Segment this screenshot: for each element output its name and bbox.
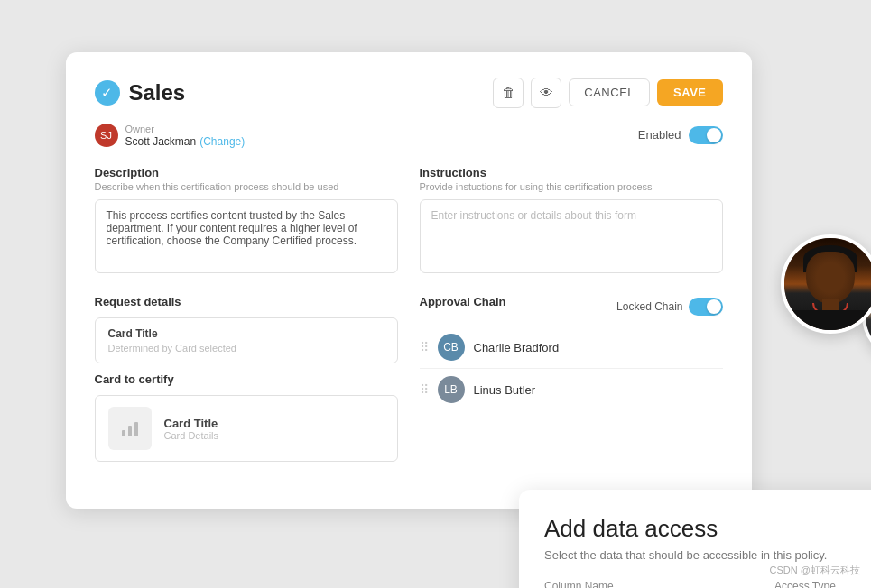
drag-handle-2[interactable]: ⠿ (420, 382, 429, 397)
instructions-section: Instructions Provide instuctions for usi… (420, 166, 723, 277)
change-link[interactable]: (Change) (199, 135, 245, 148)
owner-info: Owner Scott Jackman (Change) (125, 123, 246, 148)
access-type-group: Access Type Simple filter ▾ (774, 580, 871, 588)
description-textarea[interactable]: This process certifies content trusted b… (95, 199, 398, 273)
approval-chain-label: Approval Chain (420, 295, 506, 308)
charlie-name: Charlie Bradford (474, 341, 560, 354)
instructions-label: Instructions (420, 166, 723, 179)
main-card: ✓ Sales 🗑 👁 CANCEL SAVE SJ Owner Scott J… (66, 52, 752, 509)
enabled-row: Enabled (638, 126, 723, 144)
approval-header: Approval Chain Locked Chain (420, 295, 723, 317)
description-section: Description Describe when this certifica… (95, 166, 398, 277)
card-header: ✓ Sales 🗑 👁 CANCEL SAVE (95, 78, 723, 108)
owner-row: SJ Owner Scott Jackman (Change) Enabled (95, 123, 723, 148)
card-title-row: ✓ Sales (95, 80, 186, 106)
approval-people-list: ⠿ CB Charlie Bradford ⠿ LB Linus Butler (420, 326, 723, 410)
woman-body (784, 238, 871, 330)
approval-person-2: ⠿ LB Linus Butler (420, 369, 723, 410)
watermark: CSDN @虹科云科技 (770, 564, 860, 577)
owner-avatar: SJ (95, 124, 118, 147)
card-chart-icon (108, 407, 152, 450)
column-name-group: Column Name 🔍 ▾ (544, 580, 764, 588)
charlie-avatar: CB (438, 334, 465, 361)
card-certify-title: Card Title (164, 417, 219, 430)
floating-avatar-woman (781, 234, 871, 334)
description-label: Description (95, 166, 398, 179)
card-certify-sub: Card Details (164, 430, 219, 441)
request-approval-row: Request details Card Title Determined by… (95, 295, 723, 462)
check-icon: ✓ (95, 80, 120, 106)
enabled-toggle[interactable] (689, 126, 723, 144)
instructions-textarea[interactable] (420, 199, 723, 273)
linus-avatar: LB (438, 376, 465, 403)
description-sublabel: Describe when this certification process… (95, 181, 398, 192)
instructions-sublabel: Provide instuctions for using this certi… (420, 181, 723, 192)
card-certify-info: Card Title Card Details (164, 417, 219, 441)
page-title: Sales (129, 80, 186, 106)
approval-person-1: ⠿ CB Charlie Bradford (420, 326, 723, 369)
svg-rect-0 (122, 430, 125, 436)
card-certify-box: Card Title Card Details (95, 395, 398, 462)
add-data-access-subtitle: Select the data that should be accessibl… (544, 548, 871, 562)
card-title-box: Card Title Determined by Card selected (95, 317, 398, 363)
save-button[interactable]: SAVE (657, 79, 722, 106)
card-title-label: Card Title (108, 327, 385, 340)
description-instructions-row: Description Describe when this certifica… (95, 166, 723, 277)
owner-label: Owner (125, 123, 246, 135)
owner-name: Scott Jackman (125, 135, 197, 148)
delete-button[interactable]: 🗑 (493, 78, 524, 108)
locked-toggle[interactable] (689, 298, 723, 316)
linus-name: Linus Butler (474, 383, 536, 397)
locked-chain-row: Locked Chain (616, 298, 722, 316)
preview-button[interactable]: 👁 (531, 78, 561, 108)
approval-chain-section: Approval Chain Locked Chain ⠿ CB Charlie… (420, 295, 723, 462)
cancel-button[interactable]: CANCEL (569, 78, 650, 106)
woman-face (806, 252, 855, 304)
svg-rect-1 (128, 426, 132, 436)
woman-shoulder (784, 310, 871, 334)
locked-label: Locked Chain (616, 300, 682, 313)
man-shoulder (866, 343, 871, 361)
drag-handle-1[interactable]: ⠿ (420, 340, 429, 354)
header-actions: 🗑 👁 CANCEL SAVE (493, 78, 722, 108)
card-title-placeholder: Determined by Card selected (108, 343, 385, 354)
column-name-label: Column Name (544, 580, 764, 588)
access-type-label: Access Type (774, 580, 871, 588)
data-access-form-row: Column Name 🔍 ▾ Access Type Simple filte… (544, 580, 871, 588)
add-data-access-title: Add data access (544, 515, 871, 543)
card-to-certify-label: Card to certify (95, 372, 398, 386)
request-details-section: Request details Card Title Determined by… (95, 295, 398, 462)
request-details-label: Request details (95, 295, 398, 308)
svg-rect-2 (134, 422, 138, 436)
owner-left: SJ Owner Scott Jackman (Change) (95, 123, 246, 148)
enabled-label: Enabled (638, 128, 681, 142)
owner-name-row: Scott Jackman (Change) (125, 135, 246, 148)
